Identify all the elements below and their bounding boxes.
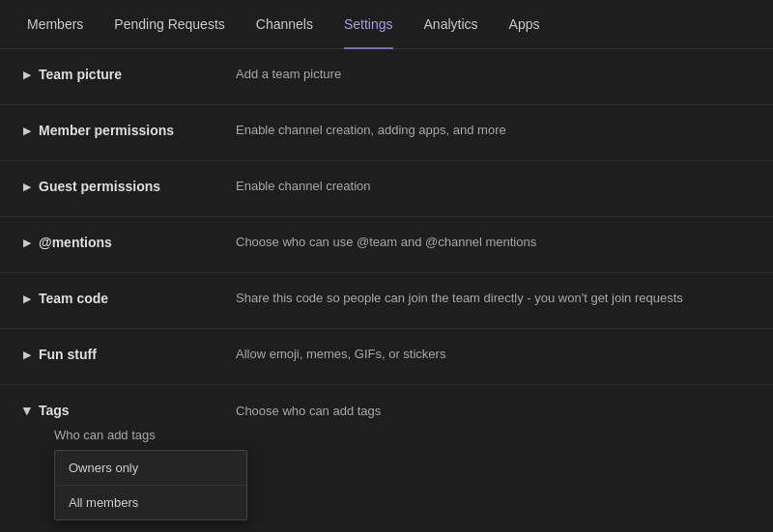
expanded-content-tags: Who can add tagsOwners onlyAll members bbox=[23, 418, 750, 520]
setting-description-member-permissions: Enable channel creation, adding apps, an… bbox=[236, 123, 750, 137]
settings-row-header-tags: ▶TagsChoose who can add tags bbox=[23, 403, 750, 418]
settings-row-left-fun-stuff: ▶Fun stuff bbox=[23, 347, 236, 362]
settings-row-left-mentions: ▶@mentions bbox=[23, 235, 236, 250]
settings-row-guest-permissions: ▶Guest permissionsEnable channel creatio… bbox=[0, 161, 773, 217]
nav-item-settings[interactable]: Settings bbox=[332, 0, 405, 49]
nav-item-pending-requests[interactable]: Pending Requests bbox=[102, 0, 236, 49]
nav-item-members[interactable]: Members bbox=[15, 0, 95, 49]
settings-row-left-tags: ▶Tags bbox=[23, 403, 236, 418]
chevron-icon-fun-stuff[interactable]: ▶ bbox=[23, 349, 31, 361]
settings-row-left-guest-permissions: ▶Guest permissions bbox=[23, 179, 236, 194]
chevron-icon-mentions[interactable]: ▶ bbox=[23, 237, 31, 249]
setting-description-fun-stuff: Allow emoji, memes, GIFs, or stickers bbox=[236, 347, 750, 361]
setting-label-member-permissions: Member permissions bbox=[39, 123, 174, 138]
chevron-icon-member-permissions[interactable]: ▶ bbox=[23, 125, 31, 137]
tags-dropdown-container: Owners onlyAll members bbox=[54, 450, 247, 520]
top-navigation: MembersPending RequestsChannelsSettingsA… bbox=[0, 0, 773, 49]
tags-sub-label: Who can add tags bbox=[54, 428, 750, 442]
chevron-icon-guest-permissions[interactable]: ▶ bbox=[23, 181, 31, 193]
chevron-icon-team-picture[interactable]: ▶ bbox=[23, 69, 31, 81]
nav-item-apps[interactable]: Apps bbox=[498, 0, 552, 49]
chevron-icon-team-code[interactable]: ▶ bbox=[23, 293, 31, 305]
settings-row-left-team-code: ▶Team code bbox=[23, 291, 236, 306]
setting-label-fun-stuff: Fun stuff bbox=[39, 347, 97, 362]
setting-label-team-picture: Team picture bbox=[39, 67, 122, 82]
settings-row-team-picture: ▶Team pictureAdd a team picture bbox=[0, 49, 773, 105]
settings-row-left-team-picture: ▶Team picture bbox=[23, 67, 236, 82]
setting-label-team-code: Team code bbox=[39, 291, 108, 306]
tags-dropdown-list: Owners onlyAll members bbox=[54, 450, 247, 520]
setting-label-mentions: @mentions bbox=[39, 235, 112, 250]
setting-label-tags: Tags bbox=[39, 403, 70, 418]
nav-item-channels[interactable]: Channels bbox=[244, 0, 325, 49]
setting-label-guest-permissions: Guest permissions bbox=[39, 179, 160, 194]
settings-row-mentions: ▶@mentionsChoose who can use @team and @… bbox=[0, 217, 773, 273]
setting-description-tags: Choose who can add tags bbox=[236, 404, 750, 418]
chevron-icon-tags[interactable]: ▶ bbox=[21, 406, 34, 414]
settings-row-tags: ▶TagsChoose who can add tagsWho can add … bbox=[0, 385, 773, 532]
dropdown-option-all-members[interactable]: All members bbox=[55, 486, 246, 519]
setting-description-mentions: Choose who can use @team and @channel me… bbox=[236, 235, 750, 249]
settings-row-fun-stuff: ▶Fun stuffAllow emoji, memes, GIFs, or s… bbox=[0, 329, 773, 385]
settings-row-team-code: ▶Team codeShare this code so people can … bbox=[0, 273, 773, 329]
dropdown-option-owners-only[interactable]: Owners only bbox=[55, 451, 246, 486]
settings-content: ▶Team pictureAdd a team picture▶Member p… bbox=[0, 49, 773, 532]
settings-row-left-member-permissions: ▶Member permissions bbox=[23, 123, 236, 138]
nav-item-analytics[interactable]: Analytics bbox=[413, 0, 490, 49]
settings-row-member-permissions: ▶Member permissionsEnable channel creati… bbox=[0, 105, 773, 161]
setting-description-team-code: Share this code so people can join the t… bbox=[236, 291, 750, 305]
setting-description-team-picture: Add a team picture bbox=[236, 67, 750, 81]
setting-description-guest-permissions: Enable channel creation bbox=[236, 179, 750, 193]
